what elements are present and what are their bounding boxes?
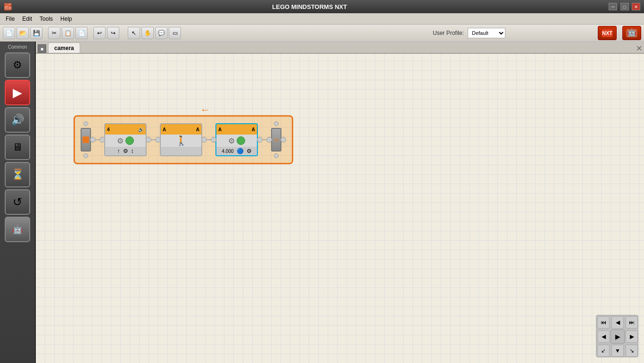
conn-top-end (274, 121, 279, 126)
block1-top: 4 🔊 (105, 124, 146, 135)
svg-text:NXT: NXT (602, 30, 612, 36)
timer-icon: ⏳ (11, 169, 24, 181)
conn-l (99, 137, 105, 143)
line3 (207, 139, 211, 140)
new-button[interactable]: 📄 (3, 27, 15, 39)
cut-button[interactable]: ✂ (48, 27, 60, 39)
nav-skip-fwd[interactable]: ⏭ (626, 316, 638, 329)
loop-end-block[interactable]: ∞ (271, 128, 281, 152)
menubar: File Edit Tools Help (0, 13, 644, 25)
block1-label: 4 (107, 127, 110, 132)
open-button[interactable]: 📂 (17, 27, 29, 39)
window-title: LEGO MINDSTORMS NXT (12, 3, 607, 10)
nav-skip-back[interactable]: ⏮ (597, 316, 610, 329)
panel-block-timer[interactable]: ⏳ (5, 162, 30, 187)
camera-tab[interactable]: camera (48, 42, 80, 53)
block2-body[interactable]: A A 🚶 (160, 123, 202, 156)
loop-end-icon: ∞ (274, 136, 279, 144)
main-layout: Common ⚙ ▶ 🔊 🖥 ⏳ ↺ 🤖 ■ camer (0, 42, 644, 363)
block1-green (125, 136, 134, 145)
play-icon: ▶ (13, 85, 22, 100)
nav-down-left[interactable]: ↙ (597, 345, 610, 357)
menu-help[interactable]: Help (57, 15, 76, 23)
connector-line4 (260, 137, 269, 143)
prog-block-1[interactable]: 4 🔊 ⚙ ↑ ⚙ ↕ (104, 123, 147, 156)
block3-green (237, 136, 245, 145)
toolbar-left: 📄 📂 💾 ✂ 📋 📄 ↩ ↪ ↖ ✋ 💬 ▭ (3, 27, 181, 39)
conn-l2 (155, 137, 161, 143)
tab-close-button[interactable]: ✕ (636, 44, 642, 53)
nav-panel: ⏮ ◀ ⏭ ◀ ▶ ▶ ↙ ▼ ↘ (596, 315, 638, 357)
panel-block-loop[interactable]: ↺ (5, 189, 30, 215)
panel-block-play[interactable]: ▶ (5, 80, 30, 105)
prog-block-3[interactable]: A A ⚙ 4.000 🔵 ⚙ (215, 123, 258, 156)
minimize-button[interactable]: ─ (609, 3, 617, 10)
conn-r (90, 137, 96, 143)
copy-button[interactable]: 📋 (62, 27, 74, 39)
conn-rf (281, 137, 286, 143)
panel-block-move[interactable]: 🤖 (5, 217, 30, 242)
conn-bottom (83, 153, 88, 158)
block2-figure: 🚶 (175, 135, 187, 146)
paste-button[interactable]: 📄 (75, 27, 88, 39)
panel-block-display[interactable]: 🖥 (5, 135, 30, 160)
toolbar-right: User Profile: Default NXT 🤖 (433, 26, 641, 40)
block3-val: 4.000 (222, 149, 233, 154)
redo-button[interactable]: ↪ (107, 27, 119, 39)
block3-top: A A (216, 124, 257, 135)
block1-body[interactable]: 4 🔊 ⚙ ↑ ⚙ ↕ (104, 123, 147, 156)
nav-left[interactable]: ◀ (597, 330, 610, 343)
loop-start-block[interactable] (81, 128, 91, 152)
block3-bottom: 4.000 🔵 ⚙ (216, 147, 257, 155)
block2-port: A (163, 127, 166, 132)
hand-tool[interactable]: ✋ (141, 27, 154, 39)
nxt-download-button[interactable]: NXT (598, 26, 617, 40)
tab-bar: ■ camera ✕ (36, 42, 644, 54)
conn-bottom-end (274, 153, 279, 158)
panel-block-settings[interactable]: ⚙ (5, 52, 30, 78)
line4 (263, 139, 266, 140)
svg-text:🤖: 🤖 (627, 28, 636, 37)
conn-r3 (201, 137, 207, 143)
block3-port2: A (252, 127, 255, 132)
block2-port2: A (196, 127, 199, 132)
menu-tools[interactable]: Tools (36, 15, 57, 23)
block3-body[interactable]: A A ⚙ 4.000 🔵 ⚙ (215, 123, 258, 156)
nav-back[interactable]: ◀ (611, 316, 624, 329)
block3-gear: ⚙ (228, 136, 235, 145)
user-profile-label: User Profile: (433, 30, 464, 36)
canvas[interactable]: ← (36, 54, 644, 363)
panel-label: Common (8, 44, 27, 50)
cursor-tool[interactable]: ↖ (128, 27, 140, 39)
block3-port: A (218, 127, 222, 132)
menu-edit[interactable]: Edit (18, 15, 36, 23)
menu-file[interactable]: File (2, 15, 18, 23)
sound-icon: 🔊 (11, 114, 24, 126)
prog-block-2[interactable]: A A 🚶 (160, 123, 202, 156)
tab-icon[interactable]: ■ (38, 44, 46, 53)
undo-button[interactable]: ↩ (93, 27, 106, 39)
blocks-container: ← (74, 115, 293, 164)
robot-button[interactable]: 🤖 (622, 26, 641, 40)
nav-right[interactable]: ▶ (626, 330, 638, 343)
block3-middle: ⚙ (216, 135, 257, 147)
panel-block-sound[interactable]: 🔊 (5, 107, 30, 133)
nav-down[interactable]: ▼ (611, 345, 624, 357)
loop-arrow: ← (200, 104, 211, 116)
nav-center[interactable]: ▶ (611, 329, 625, 344)
maximize-button[interactable]: □ (620, 3, 629, 10)
user-profile-select[interactable]: Default (468, 28, 505, 38)
conn-l3 (211, 137, 216, 143)
move-icon: 🤖 (12, 224, 23, 235)
nav-down-right[interactable]: ↘ (626, 345, 638, 357)
close-button[interactable]: ✕ (632, 3, 640, 10)
save-button[interactable]: 💾 (30, 27, 42, 39)
connector-line3 (204, 137, 214, 143)
frame-tool[interactable]: ▭ (169, 27, 181, 39)
left-panel: Common ⚙ ▶ 🔊 🖥 ⏳ ↺ 🤖 (0, 42, 36, 363)
line2 (151, 139, 155, 140)
comment-tool[interactable]: 💬 (155, 27, 167, 39)
conn-r4 (257, 137, 263, 143)
line (96, 139, 99, 140)
block3-icon1: 🔵 (237, 148, 244, 154)
